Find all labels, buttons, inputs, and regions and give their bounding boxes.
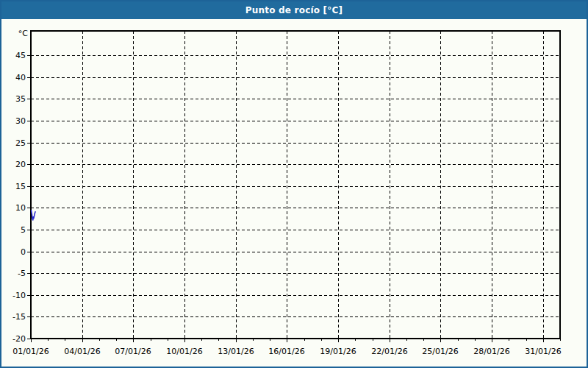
x-axis-tick-label: 01/01/26 xyxy=(12,347,49,356)
y-axis-tick-label: 20 xyxy=(15,160,26,169)
y-axis-tick-label: 5 xyxy=(21,225,26,235)
y-axis-tick-label: 40 xyxy=(15,73,26,82)
series-line-punto-de-rocío xyxy=(32,210,36,220)
y-axis-tick-label: 10 xyxy=(15,203,26,213)
y-axis-tick-label: -20 xyxy=(12,334,26,344)
y-axis-tick-label: -5 xyxy=(18,269,26,278)
x-axis-tick-label: 07/01/26 xyxy=(115,347,151,356)
dew-point-chart-widget: Punto de rocío [°C] 454035302520151050-5… xyxy=(0,0,588,368)
x-axis-tick-label: 28/01/26 xyxy=(473,347,509,356)
x-axis-tick-label: 13/01/26 xyxy=(218,347,254,356)
chart-area: 454035302520151050-5-10-15-20°C01/01/260… xyxy=(1,19,587,367)
dew-point-line-chart: 454035302520151050-5-10-15-20°C01/01/260… xyxy=(1,19,587,367)
x-axis-tick-label: 25/01/26 xyxy=(422,347,458,356)
y-axis-tick-label: 30 xyxy=(15,116,26,126)
y-axis-tick-label: -15 xyxy=(12,312,26,322)
x-axis-tick-label: 31/01/26 xyxy=(525,347,561,356)
y-axis-tick-label: 25 xyxy=(15,138,26,148)
y-axis-tick-label: 0 xyxy=(21,247,26,257)
chart-title: Punto de rocío [°C] xyxy=(245,5,343,15)
x-axis-tick-label: 22/01/26 xyxy=(371,347,407,356)
y-axis-tick-label: 35 xyxy=(15,94,26,104)
y-axis-unit-label: °C xyxy=(18,29,29,38)
y-axis-tick-label: -10 xyxy=(12,291,26,300)
x-axis-tick-label: 04/01/26 xyxy=(64,347,100,356)
chart-title-bar: Punto de rocío [°C] xyxy=(1,1,587,19)
x-axis-tick-label: 19/01/26 xyxy=(320,347,356,356)
y-axis-tick-label: 15 xyxy=(15,182,26,191)
y-axis-tick-label: 45 xyxy=(15,51,26,60)
x-axis-tick-label: 16/01/26 xyxy=(268,347,304,356)
x-axis-tick-label: 10/01/26 xyxy=(166,347,202,356)
